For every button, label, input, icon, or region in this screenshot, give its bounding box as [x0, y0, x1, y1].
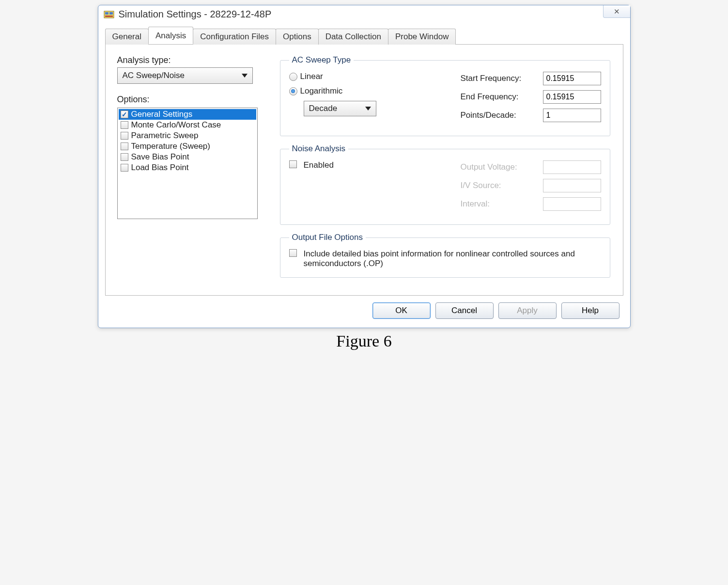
iv-source-input: [543, 179, 601, 192]
options-label: Options:: [117, 95, 267, 105]
tab-options[interactable]: Options: [276, 29, 319, 45]
radio-logarithmic[interactable]: Logarithmic: [289, 86, 386, 96]
tab-data-collection[interactable]: Data Collection: [318, 29, 388, 45]
checkbox-icon[interactable]: [121, 142, 128, 150]
iv-source-label: I/V Source:: [461, 181, 543, 190]
tab-panel-analysis: Analysis type: AC Sweep/Noise Options: G…: [105, 44, 623, 296]
output-voltage-label: Output Voltage:: [461, 162, 543, 172]
analysis-type-value: AC Sweep/Noise: [123, 71, 185, 80]
dialog-window: ✕ Simulation Settings - 28229-12-48P Gen…: [98, 5, 631, 328]
option-load-bias-point[interactable]: Load Bias Point: [119, 162, 256, 173]
tab-general[interactable]: General: [105, 29, 149, 45]
close-button[interactable]: ✕: [603, 5, 630, 18]
option-temperature-sweep[interactable]: Temperature (Sweep): [119, 141, 256, 152]
svg-rect-3: [105, 16, 113, 17]
output-file-options-legend: Output File Options: [289, 233, 366, 242]
points-per-decade-label: Points/Decade:: [461, 111, 543, 120]
dialog-buttons: OK Cancel Apply Help: [98, 296, 630, 328]
analysis-type-dropdown[interactable]: AC Sweep/Noise: [117, 67, 253, 84]
option-label: Temperature (Sweep): [131, 142, 210, 151]
start-frequency-label: Start Frequency:: [461, 74, 543, 83]
checkbox-icon[interactable]: [121, 153, 128, 161]
svg-rect-1: [105, 12, 108, 15]
radio-label: Logarithmic: [300, 86, 343, 96]
interval-label: Interval:: [461, 199, 543, 209]
radio-linear[interactable]: Linear: [289, 72, 386, 81]
cancel-button[interactable]: Cancel: [435, 302, 494, 319]
analysis-type-label: Analysis type:: [117, 55, 267, 65]
figure-caption: Figure 6: [0, 332, 728, 350]
option-parametric-sweep[interactable]: Parametric Sweep: [119, 130, 256, 141]
radio-icon: [289, 87, 297, 95]
include-op-label: Include detailed bias point information …: [304, 249, 601, 269]
points-per-decade-input[interactable]: [543, 109, 601, 122]
tab-probe-window[interactable]: Probe Window: [388, 29, 456, 45]
close-icon: ✕: [614, 7, 620, 16]
option-label: Load Bias Point: [131, 163, 189, 173]
output-file-options-group: Output File Options Include detailed bia…: [280, 233, 610, 278]
option-save-bias-point[interactable]: Save Bias Point: [119, 152, 256, 162]
include-op-checkbox[interactable]: Include detailed bias point information …: [289, 249, 601, 269]
window-title: Simulation Settings - 28229-12-48P: [119, 9, 272, 20]
tab-strip: General Analysis Configuration Files Opt…: [105, 27, 623, 44]
ac-sweep-group: AC Sweep Type Linear Logarithmic: [280, 55, 610, 136]
options-list[interactable]: General Settings Monte Carlo/Worst Case …: [117, 108, 258, 219]
option-general-settings[interactable]: General Settings: [119, 109, 256, 120]
option-label: General Settings: [131, 110, 193, 119]
tab-analysis[interactable]: Analysis: [148, 27, 193, 44]
option-label: Parametric Sweep: [131, 131, 199, 141]
tab-configuration-files[interactable]: Configuration Files: [193, 29, 276, 45]
ok-button[interactable]: OK: [372, 302, 431, 319]
log-scale-value: Decade: [309, 104, 338, 113]
radio-icon: [289, 73, 297, 81]
end-frequency-label: End Frequency:: [461, 92, 543, 102]
ac-sweep-legend: AC Sweep Type: [289, 55, 354, 65]
start-frequency-input[interactable]: [543, 72, 601, 85]
chevron-down-icon: [242, 74, 248, 78]
checkbox-icon[interactable]: [121, 132, 128, 140]
checkbox-icon[interactable]: [121, 164, 128, 172]
svg-rect-2: [109, 12, 113, 15]
checkbox-icon[interactable]: [121, 111, 128, 118]
log-scale-dropdown[interactable]: Decade: [304, 101, 376, 116]
chevron-down-icon: [365, 107, 371, 111]
option-label: Save Bias Point: [131, 152, 189, 162]
end-frequency-input[interactable]: [543, 90, 601, 104]
noise-enabled-checkbox[interactable]: Enabled: [289, 160, 357, 170]
checkbox-icon: [289, 160, 297, 168]
apply-button[interactable]: Apply: [498, 302, 557, 319]
checkbox-icon[interactable]: [121, 121, 128, 129]
noise-analysis-group: Noise Analysis Enabled Output Voltage:: [280, 144, 610, 225]
radio-label: Linear: [300, 72, 323, 81]
app-icon: [103, 8, 115, 20]
checkbox-icon: [289, 249, 297, 257]
help-button[interactable]: Help: [561, 302, 620, 319]
noise-enabled-label: Enabled: [304, 160, 334, 170]
option-label: Monte Carlo/Worst Case: [131, 120, 221, 130]
titlebar: Simulation Settings - 28229-12-48P: [98, 5, 630, 22]
output-voltage-input: [543, 160, 601, 174]
noise-analysis-legend: Noise Analysis: [289, 144, 349, 154]
interval-input: [543, 197, 601, 211]
option-monte-carlo[interactable]: Monte Carlo/Worst Case: [119, 120, 256, 130]
